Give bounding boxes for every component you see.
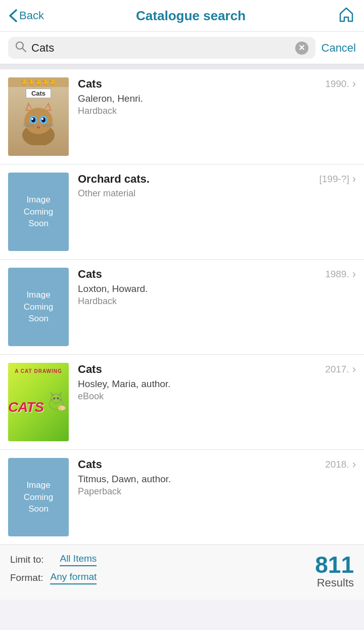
- item-format: Hardback: [78, 296, 338, 307]
- back-label: Back: [19, 9, 44, 22]
- item-info-1: Cats Galeron, Henri. Hardback: [78, 77, 356, 116]
- footer-limit-row: Limit to: All Items: [10, 553, 97, 566]
- item-info-2: Orchard cats. Other material: [78, 173, 356, 199]
- item-year: 2017.: [325, 364, 349, 375]
- item-author: Titmus, Dawn, author.: [78, 474, 338, 485]
- results-count: 811: [315, 553, 354, 576]
- book-cover-2: ImageComingSoon: [8, 173, 69, 251]
- list-item[interactable]: ImageComingSoon Orchard cats. Other mate…: [0, 164, 364, 260]
- item-format: Hardback: [78, 106, 338, 116]
- chevron-right-icon: ›: [352, 268, 356, 281]
- footer-bar: Limit to: All Items Format: Any format 8…: [0, 544, 364, 600]
- home-icon: [338, 6, 355, 23]
- list-item[interactable]: 🐈🐈🐈🐈🐈 Cats: [0, 69, 364, 164]
- header: Back Catalogue search: [0, 0, 364, 32]
- list-item[interactable]: ImageComingSoon Cats Loxton, Howard. Har…: [0, 260, 364, 355]
- chevron-right-icon: ›: [352, 458, 356, 471]
- item-info-3: Cats Loxton, Howard. Hardback: [78, 268, 356, 307]
- results-count-area: 811 Results: [315, 553, 354, 590]
- book-cover-1: 🐈🐈🐈🐈🐈 Cats: [8, 77, 69, 156]
- item-info-5: Cats Titmus, Dawn, author. Paperback: [78, 458, 356, 497]
- item-year: 1989.: [325, 269, 349, 280]
- item-year-area-4: 2017. ›: [325, 363, 356, 376]
- item-author: Loxton, Howard.: [78, 283, 338, 295]
- svg-line-1: [23, 49, 26, 52]
- svg-point-23: [53, 397, 55, 399]
- item-year: 2018.: [325, 459, 349, 470]
- chevron-right-icon: ›: [352, 363, 356, 376]
- item-format: Other material: [78, 188, 338, 199]
- svg-point-13: [41, 118, 43, 120]
- chevron-right-icon: ›: [352, 77, 356, 91]
- book-cover-4: A Cat Drawing CATS: [8, 363, 69, 441]
- ebook-cover: A Cat Drawing CATS: [8, 363, 69, 441]
- book-cover-3: ImageComingSoon: [8, 268, 69, 346]
- cancel-button[interactable]: Cancel: [322, 41, 356, 55]
- svg-line-25: [50, 400, 55, 400]
- item-year: 1990.: [325, 78, 349, 90]
- svg-point-12: [31, 118, 33, 120]
- chevron-right-icon: ›: [352, 173, 356, 186]
- search-input[interactable]: [31, 41, 290, 55]
- item-format: eBook: [78, 391, 338, 402]
- svg-line-26: [58, 400, 63, 400]
- item-title: Orchard cats.: [78, 173, 338, 186]
- search-icon: [15, 41, 26, 55]
- item-author: Galeron, Henri.: [78, 93, 338, 104]
- svg-marker-22: [58, 392, 61, 395]
- list-item[interactable]: A Cat Drawing CATS: [0, 355, 364, 450]
- list-item[interactable]: ImageComingSoon Cats Titmus, Dawn, autho…: [0, 450, 364, 544]
- back-button[interactable]: Back: [9, 9, 44, 22]
- footer-format-row: Format: Any format: [10, 571, 97, 584]
- svg-point-24: [57, 397, 59, 399]
- item-info-4: Cats Hosley, Maria, author. eBook: [78, 363, 356, 402]
- placeholder-cover: ImageComingSoon: [8, 458, 69, 536]
- clear-search-button[interactable]: ✕: [295, 41, 308, 55]
- item-year-area-1: 1990. ›: [325, 77, 356, 91]
- item-author: Hosley, Maria, author.: [78, 379, 338, 390]
- results-list: 🐈🐈🐈🐈🐈 Cats: [0, 69, 364, 544]
- item-title: Cats: [78, 268, 338, 281]
- item-year-area-2: [199-?] ›: [320, 173, 356, 186]
- section-divider: [0, 64, 364, 69]
- svg-marker-21: [51, 392, 54, 395]
- format-value[interactable]: Any format: [50, 571, 97, 584]
- item-title: Cats: [78, 458, 338, 471]
- results-label: Results: [317, 576, 354, 590]
- back-chevron-icon: [9, 9, 17, 22]
- home-button[interactable]: [338, 6, 355, 25]
- item-year-area-3: 1989. ›: [325, 268, 356, 281]
- placeholder-cover: ImageComingSoon: [8, 173, 69, 251]
- item-title: Cats: [78, 77, 338, 91]
- item-year-area-5: 2018. ›: [325, 458, 356, 471]
- book-cover-5: ImageComingSoon: [8, 458, 69, 536]
- svg-point-3: [24, 108, 53, 134]
- placeholder-cover: ImageComingSoon: [8, 268, 69, 346]
- limit-label: Limit to:: [10, 554, 44, 565]
- item-format: Paperback: [78, 486, 338, 497]
- page-title: Catalogue search: [136, 8, 246, 24]
- item-year: [199-?]: [320, 174, 349, 185]
- search-bar-container: ✕ Cancel: [0, 32, 364, 64]
- item-title: Cats: [78, 363, 338, 376]
- format-label: Format:: [10, 572, 43, 583]
- limit-value[interactable]: All Items: [60, 553, 97, 566]
- search-bar: ✕: [8, 37, 315, 59]
